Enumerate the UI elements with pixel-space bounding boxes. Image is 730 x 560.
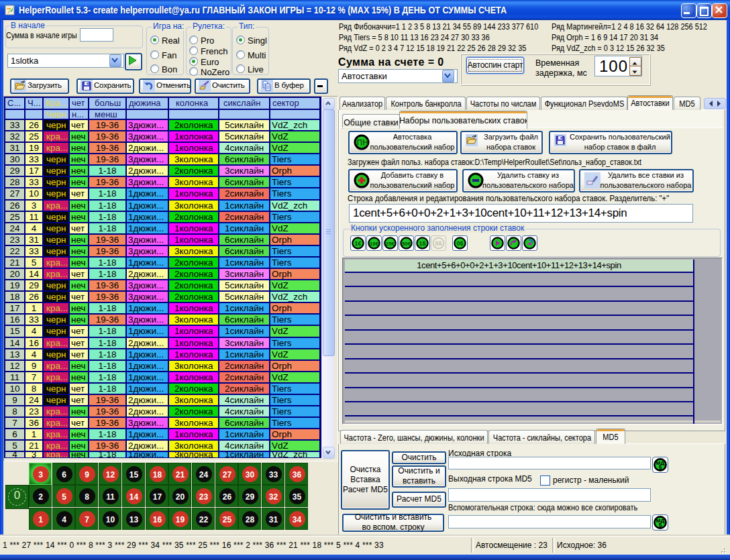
svg-text:10€: 10€ [370,241,379,247]
svg-text:7: 7 [7,5,11,15]
svg-text:5$: 5$ [435,240,441,247]
svg-text:5: 5 [659,464,662,471]
svg-text:0$: 0$ [456,240,463,247]
svg-text:50€: 50€ [402,241,411,247]
svg-text:5: 5 [659,522,662,528]
svg-text:ПН: ПН [357,138,368,148]
svg-text:1$: 1$ [419,240,425,247]
svg-text:25€: 25€ [386,241,395,247]
svg-text:1€: 1€ [354,240,361,247]
